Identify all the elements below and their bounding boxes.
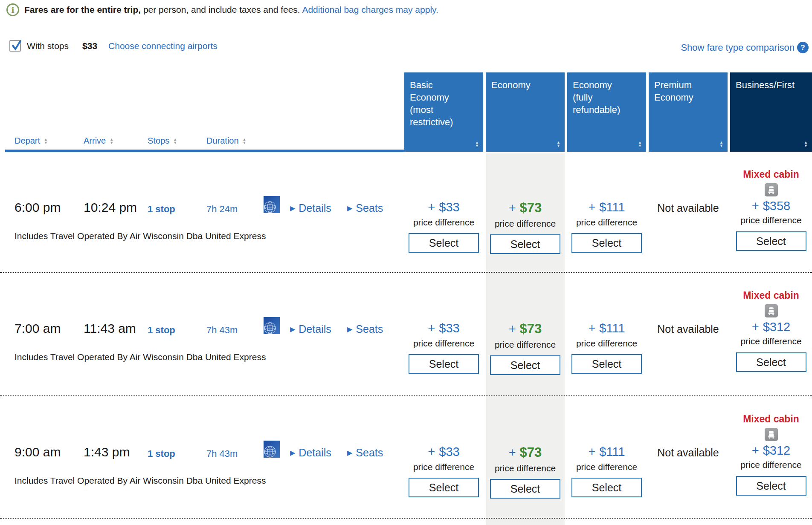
- right-arrow-icon: ▶: [347, 205, 352, 212]
- seats-link[interactable]: ▶ Seats: [347, 323, 383, 335]
- fare-cell-economy-refundable: +$111 price difference Select: [567, 273, 646, 395]
- united-globe-logo: [264, 196, 280, 213]
- sort-depart[interactable]: Depart ▲▼: [14, 136, 48, 146]
- select-button[interactable]: Select: [571, 478, 642, 497]
- show-fare-comparison-link[interactable]: Show fare type comparison: [681, 42, 795, 53]
- info-icon: i: [6, 3, 19, 16]
- price-difference-amount: +$33: [428, 321, 459, 335]
- flight-summary: 6:00 pm 10:24 pm 1 stop 7h 24m ▶ Details…: [0, 152, 402, 272]
- not-available-label: Not available: [657, 447, 719, 459]
- select-button[interactable]: Select: [409, 478, 479, 497]
- seats-link[interactable]: ▶ Seats: [347, 447, 383, 459]
- seats-link[interactable]: ▶ Seats: [347, 202, 383, 214]
- select-button[interactable]: Select: [409, 233, 479, 253]
- flight-row: 6:00 pm 10:24 pm 1 stop 7h 24m ▶ Details…: [0, 152, 812, 273]
- price-difference-caption: price difference: [576, 338, 637, 349]
- operated-by-note: Includes Travel Operated By Air Wisconsi…: [14, 352, 266, 362]
- fare-cell-basic-economy: +$33 price difference Select: [404, 273, 483, 395]
- right-arrow-icon: ▶: [290, 326, 295, 333]
- depart-time: 9:00 am: [14, 445, 61, 459]
- sort-icon[interactable]: ▲▼: [110, 138, 113, 144]
- sort-duration[interactable]: Duration ▲▼: [206, 136, 246, 146]
- price-difference-amount: +$358: [752, 199, 790, 213]
- fare-cell-business-first: Mixed cabin +$358 price difference Selec…: [730, 152, 812, 272]
- price-difference-caption: price difference: [740, 336, 801, 346]
- sort-icon[interactable]: ▲▼: [243, 138, 246, 144]
- flight-row: 7:00 am 11:43 am 1 stop 7h 43m ▶ Details…: [0, 273, 812, 396]
- select-button[interactable]: Select: [736, 476, 806, 496]
- arrive-time: 10:24 pm: [84, 200, 137, 215]
- fare-cell-economy-refundable: +$111 price difference Select: [567, 396, 646, 518]
- price-difference-amount: +$312: [752, 320, 790, 334]
- price-difference-amount: +$111: [588, 321, 625, 335]
- duration-link[interactable]: 7h 24m: [206, 204, 238, 215]
- flight-results-list: 6:00 pm 10:24 pm 1 stop 7h 24m ▶ Details…: [0, 152, 812, 519]
- arrive-time: 1:43 pm: [84, 445, 130, 459]
- stops-link[interactable]: 1 stop: [148, 448, 175, 459]
- right-arrow-icon: ▶: [290, 450, 295, 456]
- stops-link[interactable]: 1 stop: [148, 325, 175, 336]
- duration-link[interactable]: 7h 43m: [206, 325, 238, 336]
- select-button[interactable]: Select: [736, 352, 806, 372]
- select-button[interactable]: Select: [490, 234, 560, 254]
- fare-cell-business-first: Mixed cabin +$312 price difference Selec…: [730, 396, 812, 518]
- fare-cell-economy-refundable: +$111 price difference Select: [567, 152, 646, 272]
- fare-cell-economy: +$73 price difference Select: [486, 396, 565, 518]
- sort-stops[interactable]: Stops ▲▼: [148, 136, 177, 146]
- flight-summary: 9:00 am 1:43 pm 1 stop 7h 43m ▶ Details …: [0, 396, 402, 518]
- mixed-cabin-badge: Mixed cabin: [743, 290, 799, 301]
- details-link[interactable]: ▶ Details: [290, 202, 331, 214]
- select-button[interactable]: Select: [571, 354, 642, 374]
- flight-summary: 7:00 am 11:43 am 1 stop 7h 43m ▶ Details…: [0, 273, 402, 395]
- fare-info-regular: per person, and include taxes and fees.: [143, 5, 300, 14]
- depart-time: 6:00 pm: [14, 200, 61, 215]
- united-globe-logo: [264, 317, 280, 334]
- mixed-cabin-badge: Mixed cabin: [743, 169, 799, 180]
- price-difference-caption: price difference: [495, 219, 556, 229]
- price-difference-caption: price difference: [576, 462, 637, 472]
- stops-link[interactable]: 1 stop: [148, 204, 175, 215]
- united-globe-logo: [264, 441, 280, 458]
- bag-charges-link[interactable]: Additional bag charges may apply.: [302, 5, 438, 14]
- select-button[interactable]: Select: [736, 231, 806, 251]
- price-difference-caption: price difference: [413, 217, 474, 228]
- select-button[interactable]: Select: [490, 355, 560, 375]
- select-button[interactable]: Select: [490, 479, 560, 499]
- right-arrow-icon: ▶: [347, 326, 352, 333]
- price-difference-caption: price difference: [495, 463, 556, 473]
- seat-icon: [765, 304, 778, 317]
- duration-link[interactable]: 7h 43m: [206, 448, 238, 459]
- select-button[interactable]: Select: [571, 233, 642, 253]
- flight-row: 9:00 am 1:43 pm 1 stop 7h 43m ▶ Details …: [0, 396, 812, 519]
- sort-icon[interactable]: ▲▼: [173, 138, 177, 144]
- mixed-cabin-badge: Mixed cabin: [743, 413, 799, 425]
- sort-icon[interactable]: ▲▼: [719, 141, 723, 147]
- with-stops-checkbox[interactable]: [9, 40, 21, 52]
- price-difference-amount: +$111: [588, 445, 625, 459]
- fare-header-basic-economy: Basic Economy (most restrictive) ▲▼: [404, 72, 483, 152]
- fare-cell-premium-economy: Not available: [649, 273, 728, 395]
- right-arrow-icon: ▶: [347, 450, 352, 456]
- results-table-header: Depart ▲▼ Arrive ▲▼ Stops ▲▼ Duration ▲▼…: [0, 72, 812, 152]
- operated-by-note: Includes Travel Operated By Air Wisconsi…: [14, 476, 266, 486]
- fare-cell-economy: +$73 price difference Select: [486, 152, 565, 272]
- with-stops-label: With stops: [27, 41, 69, 51]
- sort-icon[interactable]: ▲▼: [557, 141, 560, 147]
- choose-connecting-airports-link[interactable]: Choose connecting airports: [108, 41, 218, 51]
- fare-header-economy: Economy ▲▼: [486, 72, 565, 152]
- operated-by-note: Includes Travel Operated By Air Wisconsi…: [14, 231, 266, 241]
- details-link[interactable]: ▶ Details: [290, 323, 331, 335]
- sort-icon[interactable]: ▲▼: [804, 141, 808, 147]
- fare-header-economy-refundable: Economy (fully refundable) ▲▼: [567, 72, 646, 152]
- checkmark-icon: [11, 40, 22, 52]
- fare-header-business-first: Business/First ▲▼: [730, 72, 812, 152]
- sort-icon[interactable]: ▲▼: [44, 138, 48, 144]
- details-link[interactable]: ▶ Details: [290, 447, 331, 459]
- sort-icon[interactable]: ▲▼: [638, 141, 642, 147]
- fare-header-premium-economy: Premium Economy ▲▼: [649, 72, 728, 152]
- right-arrow-icon: ▶: [290, 205, 295, 212]
- help-icon[interactable]: ?: [797, 42, 809, 53]
- select-button[interactable]: Select: [409, 354, 479, 374]
- sort-icon[interactable]: ▲▼: [475, 141, 479, 147]
- sort-arrive[interactable]: Arrive ▲▼: [84, 136, 113, 146]
